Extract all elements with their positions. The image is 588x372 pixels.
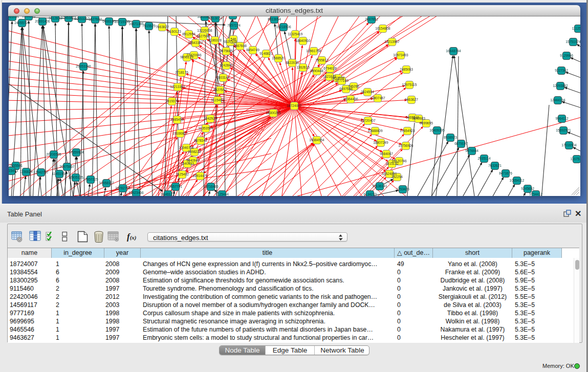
svg-text:16648784: 16648784 <box>446 49 461 53</box>
svg-text:9327506: 9327506 <box>197 34 210 38</box>
svg-text:15692971: 15692971 <box>556 128 571 132</box>
svg-text:9134233: 9134233 <box>363 192 377 196</box>
svg-text:9646123: 9646123 <box>161 192 175 196</box>
svg-text:9084067: 9084067 <box>380 152 393 156</box>
svg-text:9754412: 9754412 <box>529 192 542 196</box>
svg-text:8827552: 8827552 <box>213 88 227 92</box>
svg-text:9146821: 9146821 <box>259 52 273 55</box>
svg-text:18724007: 18724007 <box>287 104 302 107</box>
svg-text:16543362: 16543362 <box>188 41 203 45</box>
svg-text:15136141: 15136141 <box>372 184 387 188</box>
svg-text:18640910: 18640910 <box>295 39 311 42</box>
svg-text:7857224: 7857224 <box>227 24 241 27</box>
svg-text:12975115: 12975115 <box>402 83 417 86</box>
svg-text:12923466: 12923466 <box>128 191 144 194</box>
svg-text:18300295: 18300295 <box>266 111 281 115</box>
svg-text:17359924: 17359924 <box>69 150 84 154</box>
svg-text:9940949: 9940949 <box>186 159 200 162</box>
svg-text:15751074: 15751074 <box>565 40 580 43</box>
svg-text:11451954: 11451954 <box>52 172 67 176</box>
svg-text:20206535: 20206535 <box>46 152 61 156</box>
svg-text:546: 546 <box>230 37 236 41</box>
svg-text:1588520: 1588520 <box>272 56 285 60</box>
svg-text:10719155: 10719155 <box>115 20 130 24</box>
svg-text:16914479: 16914479 <box>192 174 208 178</box>
svg-text:9242845: 9242845 <box>220 63 233 67</box>
svg-text:10654112: 10654112 <box>510 179 525 182</box>
svg-text:2935114: 2935114 <box>477 157 491 160</box>
svg-text:24055724: 24055724 <box>14 21 30 25</box>
svg-text:1362615: 1362615 <box>296 65 310 69</box>
svg-text:11353594: 11353594 <box>199 126 213 130</box>
svg-text:16154808: 16154808 <box>375 27 390 30</box>
svg-text:19756926: 19756926 <box>398 144 413 147</box>
svg-text:16671385: 16671385 <box>128 22 144 26</box>
svg-text:19218506: 19218506 <box>276 25 291 29</box>
svg-text:8454749: 8454749 <box>246 48 259 52</box>
svg-text:1985498: 1985498 <box>170 118 184 121</box>
svg-text:9129966: 9129966 <box>560 54 573 57</box>
svg-text:10688609: 10688609 <box>367 129 383 133</box>
svg-text:15716485: 15716485 <box>203 185 219 188</box>
svg-text:8186328: 8186328 <box>208 38 222 42</box>
svg-text:10958117: 10958117 <box>99 181 114 185</box>
svg-text:8613054: 8613054 <box>226 16 239 17</box>
svg-text:16782759: 16782759 <box>115 186 130 190</box>
svg-text:1861054: 1861054 <box>9 16 19 18</box>
svg-text:6466160: 6466160 <box>102 19 116 23</box>
svg-text:7663822: 7663822 <box>156 25 169 29</box>
svg-text:20364436: 20364436 <box>343 97 358 101</box>
svg-text:2718176: 2718176 <box>175 71 188 74</box>
svg-text:7515525: 7515525 <box>142 24 156 28</box>
svg-text:9227342: 9227342 <box>555 69 568 72</box>
svg-text:1527602: 1527602 <box>89 17 102 21</box>
svg-text:12213967: 12213967 <box>384 40 400 43</box>
svg-text:7485063: 7485063 <box>400 68 413 71</box>
svg-text:8944018: 8944018 <box>22 16 35 18</box>
svg-text:7625402: 7625402 <box>176 172 189 176</box>
svg-text:8471676: 8471676 <box>499 171 512 175</box>
svg-text:29053346: 29053346 <box>76 64 91 68</box>
svg-text:8678342: 8678342 <box>194 139 207 142</box>
svg-text:2867608: 2867608 <box>233 44 247 48</box>
svg-text:20975867: 20975867 <box>59 165 75 168</box>
svg-text:9896129: 9896129 <box>180 55 193 59</box>
svg-text:1919379: 1919379 <box>165 99 179 103</box>
svg-text:8125444: 8125444 <box>215 192 229 196</box>
svg-text:2803144: 2803144 <box>216 76 230 79</box>
svg-text:15720407: 15720407 <box>360 119 376 122</box>
svg-text:7632621: 7632621 <box>488 164 502 167</box>
svg-text:2055501: 2055501 <box>9 164 23 167</box>
svg-text:9964112: 9964112 <box>555 117 569 120</box>
svg-text:1167533: 1167533 <box>570 157 580 161</box>
svg-text:9498222: 9498222 <box>188 150 201 154</box>
svg-text:8813074: 8813074 <box>209 16 222 20</box>
svg-text:12905135: 12905135 <box>68 176 83 179</box>
svg-text:12444194: 12444194 <box>550 98 565 102</box>
svg-text:12213369: 12213369 <box>170 85 185 89</box>
svg-text:9699695: 9699695 <box>420 121 433 125</box>
svg-text:12093882: 12093882 <box>553 84 568 87</box>
svg-text:6497568: 6497568 <box>339 87 353 91</box>
svg-text:10961758: 10961758 <box>306 49 321 53</box>
svg-text:17016504: 17016504 <box>561 143 577 147</box>
svg-text:1156829: 1156829 <box>19 170 33 173</box>
svg-text:10973493: 10973493 <box>393 53 408 57</box>
svg-text:9777169: 9777169 <box>335 79 349 82</box>
svg-text:9115460: 9115460 <box>211 98 224 102</box>
svg-text:8912954: 8912954 <box>182 32 195 36</box>
svg-text:19384554: 19384554 <box>309 138 324 142</box>
svg-text:6879197: 6879197 <box>454 142 468 145</box>
svg-text:1615132: 1615132 <box>385 162 399 165</box>
svg-text:6794028: 6794028 <box>323 67 337 70</box>
svg-text:11325419: 11325419 <box>288 32 303 36</box>
svg-text:1753426: 1753426 <box>396 187 409 191</box>
svg-text:1112504: 1112504 <box>572 27 580 30</box>
svg-text:9657791: 9657791 <box>169 185 182 188</box>
svg-text:9875685: 9875685 <box>220 49 233 53</box>
svg-text:12942757: 12942757 <box>33 170 49 174</box>
svg-text:9463627: 9463627 <box>405 98 418 101</box>
svg-text:2087652: 2087652 <box>365 17 378 21</box>
svg-text:252254: 252254 <box>391 175 403 179</box>
svg-text:3915413: 3915413 <box>9 169 18 172</box>
